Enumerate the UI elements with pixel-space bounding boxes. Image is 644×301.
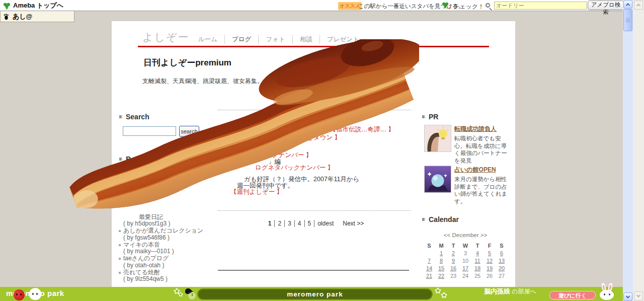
calendar-day-header: S (496, 243, 508, 250)
ameblo-search-input[interactable] (494, 2, 587, 10)
pagination: 12345oldestNext >> (218, 220, 411, 227)
list-bullet-icon (119, 230, 121, 232)
ameblo-search-button[interactable]: アメブロ検索 (588, 1, 624, 10)
calendar-day-link[interactable]: 18 (471, 265, 484, 273)
inner-scrollbar[interactable] (623, 0, 633, 301)
calendar-day-header: F (484, 243, 496, 250)
room-owner-label: 脳内孫娘 の部屋へ (484, 287, 536, 296)
page-current: 1 (265, 220, 275, 227)
list-item[interactable]: マイキの本音 (119, 242, 222, 249)
list-item-title[interactable]: あしかが選んだコレクション (123, 228, 203, 235)
calendar-day: 26 (484, 273, 496, 280)
calendar-day-link[interactable]: 1 (435, 250, 447, 258)
calendar-day-link[interactable]: 22 (435, 273, 447, 280)
calendar-day-link[interactable]: 7 (423, 258, 435, 265)
calendar-day-link[interactable]: 15 (435, 265, 447, 273)
calendar-prev-link[interactable]: << (444, 232, 450, 238)
calendar-day (423, 250, 435, 258)
page-link[interactable]: 5 (304, 220, 314, 227)
calendar-day-header: M (435, 243, 447, 250)
fortune-ad-title[interactable]: 占いの館OPEN (454, 166, 511, 174)
calendar-day: 23 (447, 273, 459, 280)
blog-link-list: 最愛日記 ( by h5dposf1g3 ) あしかが選んだコレクション ( b… (119, 213, 222, 283)
calendar-day-header: W (459, 243, 471, 250)
entry-footer-rule (218, 270, 409, 271)
check-link[interactable]: チェック！ (453, 3, 484, 11)
fortune-ad-body: 来月の運勢から相性診断まで、プロの占い師が答えてくれます。 (454, 176, 511, 205)
calendar-day-header: T (447, 243, 459, 250)
calendar-day: 3 (459, 250, 471, 258)
list-item[interactable]: 売れてる焼酎 (119, 269, 222, 276)
clock-icon (188, 292, 196, 299)
fortune-ad-thumbnail (424, 166, 451, 193)
list-bullet-icon (119, 258, 121, 260)
pr-ad-career[interactable]: 転職成功請負人 転職初心者でも安心。転職を成功に導く最強のパートナーを発見 (424, 125, 511, 164)
meromero-park-bar: meromero park meromero park 脳内孫娘 の部屋へ 遊び… (0, 287, 623, 301)
calendar-heading-label: Calendar (429, 215, 459, 223)
list-item-title[interactable]: 売れてる焼酎 (123, 269, 160, 276)
pr-ad-fortune[interactable]: 占いの館OPEN 来月の運勢から相性診断まで、プロの占い師が答えてくれます。 (424, 166, 511, 205)
list-item-title[interactable]: taeさんのブログ (123, 255, 169, 262)
calendar-day: 24 (459, 273, 471, 280)
pr-section-heading: PR (422, 113, 438, 121)
calendar-day-header: T (471, 243, 484, 250)
list-item-title[interactable]: マイキの本音 (123, 242, 160, 249)
scroll-up-button[interactable] (623, 0, 632, 9)
calendar-day-link[interactable]: 6 (496, 250, 508, 258)
page-next-link[interactable]: Next >> (343, 220, 364, 227)
list-item-by: ( by maiky---0101 ) (119, 248, 222, 255)
calendar-day-link[interactable]: 21 (423, 273, 435, 280)
pr-heading-label: PR (429, 113, 438, 121)
scroll-down-button[interactable] (623, 292, 632, 301)
outer-scroll-up-button[interactable] (634, 1, 643, 10)
calendar-day-link[interactable]: 16 (447, 265, 459, 273)
page-oldest-link[interactable]: oldest (314, 220, 337, 227)
list-item[interactable]: あしかが選んだコレクション (119, 228, 222, 235)
list-bullet-icon (119, 272, 121, 274)
scrollbar-thumb[interactable] (623, 9, 632, 31)
list-item[interactable]: taeさんのブログ (119, 255, 222, 262)
calendar-day: 25 (471, 273, 484, 280)
calendar-day-link[interactable]: 5 (484, 250, 496, 258)
calendar-day: 27 (496, 273, 508, 280)
calendar-day-link[interactable]: 8 (435, 258, 447, 265)
calendar-grid: S M T W T F S 1 2 3 4 5 6 7 8 9 10 11 12… (423, 243, 508, 280)
ashi-tab[interactable]: あし@ (0, 11, 74, 22)
career-ad-thumbnail (424, 125, 451, 152)
page-link[interactable]: 2 (274, 220, 284, 227)
list-bullet-icon (119, 244, 121, 246)
page-link[interactable]: 4 (294, 220, 304, 227)
list-item-by: ( by otah-otah ) (119, 262, 222, 269)
calendar-section-heading: Calendar (422, 215, 459, 223)
calendar-day-link[interactable]: 11 (471, 258, 484, 265)
list-item-by: ( by h5dposf1g3 ) (119, 220, 222, 228)
outer-scrollbar[interactable] (633, 0, 644, 301)
calendar-day-link[interactable]: 4 (471, 250, 484, 258)
page-link[interactable]: 3 (284, 220, 294, 227)
calendar-day-link[interactable]: 20 (496, 265, 508, 273)
ameba-home-link[interactable]: Ameba トップへ (3, 1, 63, 10)
ashi-tab-label: あし@ (13, 12, 32, 21)
calendar-next-link[interactable]: >> (480, 232, 487, 238)
section-bullet-icon (422, 115, 425, 118)
red-creature-icon[interactable] (14, 289, 25, 300)
bunny-character-icon[interactable] (599, 283, 616, 301)
flower-icon (178, 292, 183, 297)
calendar-day: 10 (459, 258, 471, 265)
career-ad-title[interactable]: 転職成功請負人 (454, 125, 511, 133)
calendar-day-link[interactable]: 19 (484, 265, 496, 273)
meromero-park-pill[interactable]: meromero park (197, 288, 433, 300)
outer-scroll-down-button[interactable] (634, 291, 643, 300)
visit-room-button[interactable]: 遊びに行く (549, 291, 596, 299)
calendar-day-link[interactable]: 9 (447, 258, 459, 265)
calendar-day-link[interactable]: 13 (496, 258, 508, 265)
career-ad-body: 転職初心者でも安心。転職を成功に導く最強のパートナーを発見 (454, 135, 511, 164)
calendar-month-nav: << December >> (423, 232, 508, 238)
calendar-day-link[interactable]: 17 (459, 265, 471, 273)
check-clover-icon: ✓ (442, 2, 451, 10)
white-creature-icon[interactable] (29, 288, 41, 300)
calendar-day-link[interactable]: 2 (447, 250, 459, 258)
list-item-by: ( by fgsw546f86 ) (119, 235, 222, 242)
calendar-day-link[interactable]: 14 (423, 265, 435, 273)
calendar-day-link[interactable]: 12 (484, 258, 496, 265)
